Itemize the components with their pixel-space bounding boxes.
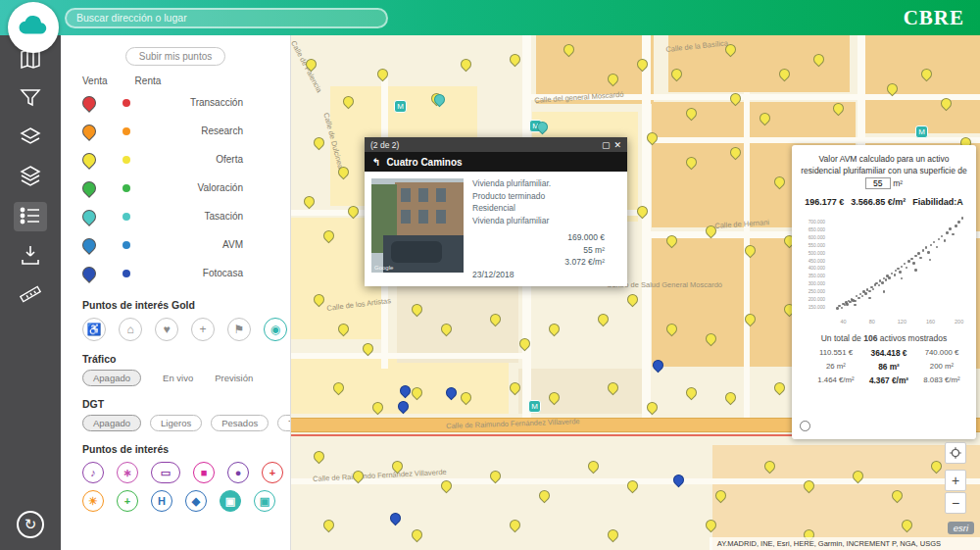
legend-dot-tasacio-n[interactable] [122,213,130,221]
poi-gold-camera-icon[interactable]: ◉ [264,318,287,341]
map-pin-yellow[interactable] [312,135,327,151]
trafico-apagado-button[interactable]: Apagado [82,370,141,386]
upload-points-button[interactable]: Subir mis puntos [125,47,225,66]
scatter-point [914,269,917,272]
locate-button[interactable] [945,442,966,464]
download-icon[interactable] [14,241,47,271]
search-input[interactable] [65,8,388,28]
stat-value: 364.418 € [862,348,915,358]
legend-pin-fotocasa[interactable] [79,264,99,283]
dgt-pesados-button[interactable]: Pesados [211,415,269,431]
layers-alt-icon[interactable] [14,163,47,192]
poi-b-4-icon[interactable]: ◆ [185,490,207,512]
avm-title-text: Valor AVM calculado para un activo resid… [801,154,967,175]
x-axis-tick: 40 [841,319,847,325]
legend-dot-research[interactable] [122,127,130,135]
poi-gold-home-icon[interactable]: ⌂ [119,318,142,341]
legend-label: Oferta [216,154,243,165]
station-icon[interactable]: M [528,400,541,413]
map-pin-yellow[interactable] [723,390,739,406]
station-icon[interactable]: M [394,100,407,113]
y-axis-tick: 400.000 [800,266,825,271]
map-pin-yellow[interactable] [459,57,474,73]
map-pin-yellow[interactable] [684,385,700,401]
scatter-point [914,255,917,258]
dgt-todos-button[interactable]: Todos [277,415,291,431]
map-pin-yellow[interactable] [537,488,553,504]
poi-5-icon[interactable]: ● [227,462,249,483]
zoom-out-button[interactable]: − [945,492,966,514]
legend-dot-transaccio-n[interactable] [122,99,130,107]
poi-b-6-icon[interactable]: ▣ [254,490,275,512]
zoom-in-button[interactable]: + [945,470,966,491]
map-pin-yellow[interactable] [772,380,788,396]
map-pin-yellow[interactable] [346,204,362,220]
poi-4-icon[interactable]: ■ [193,462,215,483]
station-icon[interactable]: M [915,125,928,138]
poi-gold-services-icon[interactable]: + [191,318,215,341]
legend-pin-tasacio-n[interactable] [79,207,99,226]
legend-dot-avm[interactable] [122,241,130,249]
map-pin-yellow[interactable] [302,194,318,210]
app-logo[interactable] [8,2,59,53]
x-axis-tick: 80 [869,319,875,325]
poi-2-icon[interactable]: ∗ [117,462,138,483]
map-pin-yellow[interactable] [547,322,563,337]
legend-dot-oferta[interactable] [122,156,130,164]
measure-icon[interactable] [14,280,47,310]
map-pin-yellow[interactable] [508,518,523,533]
y-axis-tick: 300.000 [800,281,825,286]
poi-b-1-icon[interactable]: ☀ [82,490,104,512]
scatter-point [957,221,960,224]
trafico-previsio-n-button[interactable]: Previsión [215,373,253,383]
map-pin-yellow[interactable] [312,449,327,465]
map-pin-yellow[interactable] [625,292,641,308]
poi-gold-health-icon[interactable]: ♥ [155,318,178,341]
map-pin-yellow[interactable] [606,527,621,543]
map-pin-yellow[interactable] [508,52,523,68]
popup-title: Cuatro Caminos [386,157,462,168]
dgt-ligeros-button[interactable]: Ligeros [150,415,202,431]
poi-b-2-icon[interactable]: + [117,490,138,512]
listing-values: 169.000 € 55 m² 3.072 €/m² [472,232,620,270]
back-icon[interactable]: ↰ [372,157,380,168]
trafico-en-vivo-button[interactable]: En vivo [163,373,193,383]
map-pin-yellow[interactable] [586,459,602,475]
legend-pin-avm[interactable] [79,235,99,255]
map-canvas[interactable]: Calle de PalenciaCalle de DulcineaCalle … [291,35,980,550]
poi-b-3-icon[interactable]: H [151,490,172,512]
scatter-point [861,295,864,298]
poi-6-icon[interactable]: + [262,462,283,483]
poi-gold-flag-icon[interactable]: ⚑ [227,318,251,341]
poi-title: Puntos de interés [82,443,290,455]
radio-circle-icon[interactable] [800,421,810,431]
refresh-icon[interactable]: ↻ [17,511,44,538]
poi-1-icon[interactable]: ♪ [82,462,104,483]
map-pin-yellow[interactable] [410,527,425,543]
legend-dot-fotocasa[interactable] [122,270,130,277]
dgt-apagado-button[interactable]: Apagado [82,415,141,431]
layers-icon[interactable] [14,124,47,153]
legend-pin-research[interactable] [79,122,99,141]
map-pin-blue[interactable] [671,473,687,488]
filter-icon[interactable] [14,84,47,114]
legend-pin-transaccio-n[interactable] [79,93,99,113]
map-pin-blue[interactable] [388,511,404,526]
traffic-line [291,434,820,436]
poi-b-5-icon[interactable]: ▣ [220,490,241,512]
legend-pin-valoracio-n[interactable] [79,178,99,198]
maximize-icon[interactable]: ▢ [602,140,611,150]
legend-list-icon[interactable] [14,202,47,231]
close-icon[interactable]: ✕ [613,140,621,150]
legend-pin-oferta[interactable] [79,150,99,170]
map-pin-yellow[interactable] [321,518,337,533]
scatter-point [897,268,900,271]
scatter-point [868,290,871,293]
map-pin-yellow[interactable] [596,312,612,327]
legend-dot-valoracio-n[interactable] [122,184,130,192]
scatter-point [912,262,915,265]
popup-body: Google Vivienda plurifamiliar. Producto … [365,172,627,286]
poi-gold-accessibility-icon[interactable]: ♿ [82,318,106,341]
poi-3-icon[interactable]: ▭ [151,462,180,483]
surface-input[interactable] [865,177,891,189]
